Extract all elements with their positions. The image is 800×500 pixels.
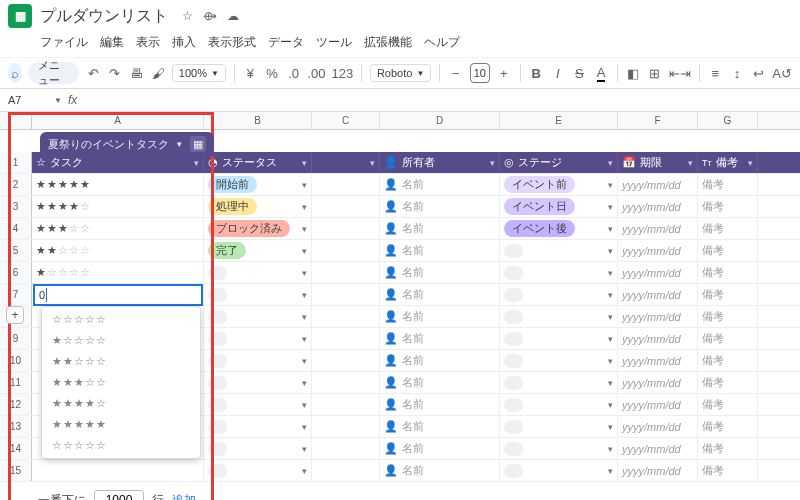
- due-cell[interactable]: yyyy/mm/dd: [618, 350, 698, 371]
- status-cell[interactable]: ▾: [204, 394, 312, 415]
- task-cell[interactable]: ★★☆☆☆: [32, 240, 204, 261]
- menu-item[interactable]: 拡張機能: [364, 34, 412, 51]
- row-number[interactable]: 13: [0, 416, 32, 437]
- col-header[interactable]: A: [32, 112, 204, 129]
- move-icon[interactable]: ⟴: [203, 9, 217, 23]
- owner-cell[interactable]: 👤名前: [380, 240, 500, 261]
- row-number[interactable]: 3: [0, 196, 32, 217]
- percent-icon[interactable]: %: [264, 62, 280, 84]
- name-box[interactable]: A7: [8, 94, 48, 106]
- col-header[interactable]: D: [380, 112, 500, 129]
- col-stage[interactable]: ◎ ステージ▾: [500, 152, 618, 173]
- row-number[interactable]: 7: [0, 284, 32, 305]
- owner-cell[interactable]: 👤名前: [380, 460, 500, 481]
- row-number[interactable]: 5: [0, 240, 32, 261]
- owner-cell[interactable]: 👤名前: [380, 218, 500, 239]
- due-cell[interactable]: yyyy/mm/dd: [618, 438, 698, 459]
- fill-color-icon[interactable]: ◧: [626, 62, 642, 84]
- owner-cell[interactable]: 👤名前: [380, 306, 500, 327]
- due-cell[interactable]: yyyy/mm/dd: [618, 196, 698, 217]
- owner-cell[interactable]: 👤名前: [380, 372, 500, 393]
- owner-cell[interactable]: 👤名前: [380, 394, 500, 415]
- row-number[interactable]: 14: [0, 438, 32, 459]
- dropdown-option[interactable]: ☆☆☆☆☆: [42, 309, 200, 330]
- valign-icon[interactable]: ↕: [729, 62, 745, 84]
- due-cell[interactable]: yyyy/mm/dd: [618, 240, 698, 261]
- owner-cell[interactable]: 👤名前: [380, 196, 500, 217]
- task-cell[interactable]: ★★★★☆: [32, 196, 204, 217]
- blank-cell[interactable]: [312, 262, 380, 283]
- currency-icon[interactable]: ¥: [243, 62, 259, 84]
- row-number[interactable]: 10: [0, 350, 32, 371]
- table-grid-icon[interactable]: ▦: [190, 136, 206, 152]
- font-dec-icon[interactable]: −: [448, 62, 464, 84]
- owner-cell[interactable]: 👤名前: [380, 174, 500, 195]
- strike-icon[interactable]: S: [572, 62, 588, 84]
- due-cell[interactable]: yyyy/mm/dd: [618, 416, 698, 437]
- add-row-button[interactable]: +: [6, 306, 24, 324]
- note-cell[interactable]: 備考: [698, 284, 758, 305]
- decimal-inc-icon[interactable]: .00: [307, 62, 325, 84]
- active-cell-input[interactable]: 0: [33, 284, 203, 306]
- blank-cell[interactable]: [312, 438, 380, 459]
- number-format-icon[interactable]: 123: [332, 62, 354, 84]
- zoom-select[interactable]: 100%▼: [172, 64, 226, 82]
- status-cell[interactable]: ▾: [204, 262, 312, 283]
- status-cell[interactable]: ▾: [204, 460, 312, 481]
- owner-cell[interactable]: 👤名前: [380, 328, 500, 349]
- col-header[interactable]: F: [618, 112, 698, 129]
- dropdown-option[interactable]: ★★★★★: [42, 414, 200, 435]
- paint-format-icon[interactable]: 🖌: [150, 62, 166, 84]
- stage-cell[interactable]: ▾: [500, 328, 618, 349]
- table-chip[interactable]: 夏祭りのイベントタスク ▾ ▦: [40, 132, 214, 156]
- stage-cell[interactable]: イベント日▾: [500, 196, 618, 217]
- due-cell[interactable]: yyyy/mm/dd: [618, 394, 698, 415]
- row-number[interactable]: 2: [0, 174, 32, 195]
- owner-cell[interactable]: 👤名前: [380, 284, 500, 305]
- status-cell[interactable]: 完了▾: [204, 240, 312, 261]
- add-rows-input[interactable]: [94, 490, 144, 500]
- due-cell[interactable]: yyyy/mm/dd: [618, 174, 698, 195]
- owner-cell[interactable]: 👤名前: [380, 416, 500, 437]
- menu-item[interactable]: 表示: [136, 34, 160, 51]
- note-cell[interactable]: 備考: [698, 438, 758, 459]
- col-header[interactable]: E: [500, 112, 618, 129]
- menu-item[interactable]: ヘルプ: [424, 34, 460, 51]
- menu-button[interactable]: メニュー: [28, 62, 79, 84]
- col-status[interactable]: ◔ ステータス▾: [204, 152, 312, 173]
- borders-icon[interactable]: ⊞: [647, 62, 663, 84]
- print-icon[interactable]: 🖶: [129, 62, 145, 84]
- dropdown-option[interactable]: ★☆☆☆☆: [42, 330, 200, 351]
- col-due[interactable]: 📅 期限▾: [618, 152, 698, 173]
- halign-icon[interactable]: ≡: [707, 62, 723, 84]
- rotate-icon[interactable]: A↺: [772, 62, 792, 84]
- menu-item[interactable]: ツール: [316, 34, 352, 51]
- row-number[interactable]: 11: [0, 372, 32, 393]
- due-cell[interactable]: yyyy/mm/dd: [618, 460, 698, 481]
- status-cell[interactable]: ▾: [204, 372, 312, 393]
- note-cell[interactable]: 備考: [698, 306, 758, 327]
- stage-cell[interactable]: ▾: [500, 394, 618, 415]
- note-cell[interactable]: 備考: [698, 218, 758, 239]
- note-cell[interactable]: 備考: [698, 240, 758, 261]
- note-cell[interactable]: 備考: [698, 394, 758, 415]
- cloud-icon[interactable]: ☁: [227, 9, 239, 23]
- note-cell[interactable]: 備考: [698, 460, 758, 481]
- dropdown-option[interactable]: ★★★☆☆: [42, 372, 200, 393]
- wrap-icon[interactable]: ↩: [751, 62, 767, 84]
- due-cell[interactable]: yyyy/mm/dd: [618, 328, 698, 349]
- note-cell[interactable]: 備考: [698, 328, 758, 349]
- menu-item[interactable]: ファイル: [40, 34, 88, 51]
- stage-cell[interactable]: ▾: [500, 416, 618, 437]
- col-blank[interactable]: ▾: [312, 152, 380, 173]
- status-cell[interactable]: ブロック済み▾: [204, 218, 312, 239]
- bold-icon[interactable]: B: [528, 62, 544, 84]
- row-number[interactable]: 1: [0, 152, 32, 173]
- owner-cell[interactable]: 👤名前: [380, 438, 500, 459]
- select-all-corner[interactable]: [0, 112, 32, 129]
- due-cell[interactable]: yyyy/mm/dd: [618, 372, 698, 393]
- row-number[interactable]: 12: [0, 394, 32, 415]
- status-cell[interactable]: ▾: [204, 284, 312, 305]
- note-cell[interactable]: 備考: [698, 196, 758, 217]
- note-cell[interactable]: 備考: [698, 350, 758, 371]
